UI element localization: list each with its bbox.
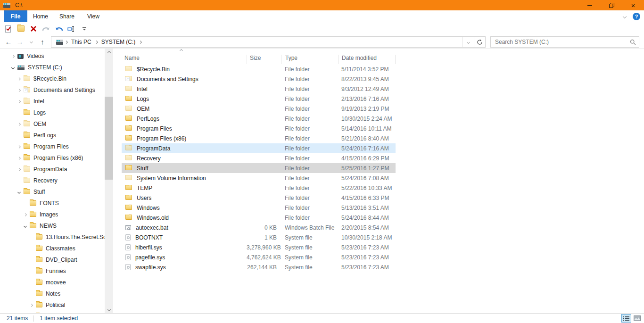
- file-row-perflogs[interactable]: PerfLogsFile folder10/30/2015 2:24 AM: [122, 114, 396, 124]
- tree-item-notes[interactable]: Notes: [0, 288, 105, 299]
- tab-view[interactable]: View: [80, 10, 107, 22]
- file-row-logs[interactable]: LogsFile folder2/13/2016 7:16 AM: [122, 94, 396, 104]
- properties-button[interactable]: [4, 25, 12, 33]
- expand-icon[interactable]: [16, 155, 22, 161]
- back-button[interactable]: ←: [3, 38, 14, 46]
- file-row-program-files[interactable]: Program FilesFile folder5/14/2016 10:11 …: [122, 124, 396, 133]
- tree-item-oem[interactable]: OEM: [0, 118, 105, 130]
- collapse-icon[interactable]: [22, 223, 28, 229]
- file-row-autoexec-bat[interactable]: autoexec.bat0 KBWindows Batch File2/20/2…: [122, 223, 396, 232]
- file-row-hiberfil-sys[interactable]: hiberfil.sys3,278,960 KBSystem file5/23/…: [122, 242, 396, 252]
- undo-button[interactable]: [55, 25, 63, 33]
- tree-item-logs[interactable]: Logs: [0, 107, 105, 118]
- column-header-name[interactable]: Name: [122, 55, 247, 64]
- file-row-swapfile-sys[interactable]: swapfile.sys262,144 KBSystem file5/23/20…: [122, 262, 396, 272]
- expand-icon[interactable]: [16, 143, 22, 150]
- address-dropdown-icon[interactable]: [462, 37, 474, 47]
- column-header-date-modified[interactable]: Date modified: [338, 55, 396, 64]
- file-row-documents-and-settings[interactable]: Documents and SettingsFile folder8/22/20…: [122, 74, 396, 84]
- expand-icon[interactable]: [22, 211, 28, 218]
- tree-item-videos[interactable]: Videos: [0, 50, 105, 62]
- scrollbar-thumb[interactable]: [105, 97, 113, 180]
- tree-item-images[interactable]: Images: [0, 209, 105, 220]
- rename-button[interactable]: [67, 25, 76, 33]
- navigation-pane-scrollbar[interactable]: [105, 49, 113, 313]
- tree-item-program-files[interactable]: Program Files: [0, 141, 105, 152]
- redo-button[interactable]: [42, 25, 50, 33]
- tree-item-intel[interactable]: Intel: [0, 96, 105, 107]
- search-input[interactable]: [491, 39, 627, 45]
- minimize-ribbon-icon[interactable]: [623, 14, 627, 18]
- tab-home[interactable]: Home: [27, 10, 54, 22]
- tab-file[interactable]: File: [4, 10, 27, 22]
- tree-item-news[interactable]: NEWS: [0, 220, 105, 232]
- up-button[interactable]: ↑: [37, 38, 48, 46]
- breadcrumb-separator-icon[interactable]: [95, 40, 98, 43]
- file-row-pagefile-sys[interactable]: pagefile.sys4,762,624 KBSystem file5/23/…: [122, 252, 396, 262]
- close-button[interactable]: ×: [622, 0, 644, 10]
- collapse-icon[interactable]: [9, 64, 16, 71]
- column-header-type[interactable]: Type: [281, 55, 338, 64]
- address-bar[interactable]: This PCSYSTEM (C:): [51, 36, 486, 48]
- breadcrumb-separator-icon[interactable]: [139, 40, 142, 43]
- scroll-up-icon[interactable]: [105, 49, 113, 56]
- details-view-button[interactable]: [621, 314, 631, 323]
- breadcrumb-item-this-pc[interactable]: This PC: [69, 39, 93, 45]
- tree-item-recycle-bin[interactable]: $Recycle.Bin: [0, 73, 105, 84]
- restore-button[interactable]: [601, 0, 622, 10]
- delete-button[interactable]: [29, 25, 38, 33]
- tree-item-fonts[interactable]: FONTS: [0, 198, 105, 209]
- file-row-system-volume-information[interactable]: System Volume InformationFile folder5/24…: [122, 173, 396, 183]
- tree-item-documents-and-settings[interactable]: Documents and Settings: [0, 84, 105, 96]
- tree-item-political[interactable]: Political: [0, 299, 105, 311]
- file-row-intel[interactable]: IntelFile folder9/3/2012 12:49 AM: [122, 84, 396, 94]
- tree-item-funnies[interactable]: Funnies: [0, 265, 105, 277]
- file-row-recycle-bin[interactable]: $Recycle.BinFile folder5/11/2014 3:52 PM: [122, 64, 396, 74]
- tree-item-classmates[interactable]: Classmates: [0, 243, 105, 254]
- file-row-stuff[interactable]: StuffFile folder5/25/2016 1:27 PM: [122, 163, 396, 173]
- collapse-icon[interactable]: [16, 189, 22, 195]
- scroll-down-icon[interactable]: [105, 306, 113, 313]
- file-row-temp[interactable]: TEMPFile folder5/22/2016 10:33 AM: [122, 183, 396, 193]
- expand-icon[interactable]: [28, 302, 34, 308]
- tree-item-stuff[interactable]: Stuff: [0, 186, 105, 198]
- expand-icon[interactable]: [9, 53, 16, 59]
- tree-item-system-c[interactable]: SYSTEM (C:): [0, 62, 105, 73]
- breadcrumb-item-system-c[interactable]: SYSTEM (C:): [99, 39, 138, 45]
- file-row-recovery[interactable]: RecoveryFile folder4/15/2016 6:29 PM: [122, 153, 396, 163]
- expand-icon[interactable]: [16, 87, 22, 93]
- file-row-windows-old[interactable]: Windows.oldFile folder5/24/2016 8:44 AM: [122, 213, 396, 223]
- file-row-windows[interactable]: WindowsFile folder5/13/2016 3:51 AM: [122, 203, 396, 213]
- refresh-icon[interactable]: [474, 37, 485, 47]
- tree-item-perflogs[interactable]: PerfLogs: [0, 130, 105, 141]
- expand-icon[interactable]: [16, 121, 22, 127]
- file-name-cell: Windows.old: [122, 215, 247, 221]
- file-row-bootnxt[interactable]: BOOTNXT1 KBSystem file10/30/2015 2:18 AM: [122, 232, 396, 242]
- column-header-size[interactable]: Size: [247, 55, 281, 64]
- tree-item-dvd-clipart[interactable]: DVD_Clipart: [0, 254, 105, 265]
- expand-icon[interactable]: [16, 166, 22, 173]
- help-icon[interactable]: ?: [633, 13, 640, 20]
- file-row-users[interactable]: UsersFile folder4/15/2016 6:33 PM: [122, 193, 396, 203]
- tab-share[interactable]: Share: [54, 10, 80, 22]
- search-icon[interactable]: [627, 39, 639, 45]
- thumbnail-view-button[interactable]: [632, 314, 642, 323]
- breadcrumb-separator-icon[interactable]: [65, 40, 68, 43]
- new-folder-button[interactable]: [17, 25, 25, 33]
- file-row-programdata[interactable]: ProgramDataFile folder5/24/2016 7:16 AM: [122, 143, 396, 153]
- expand-icon[interactable]: [16, 75, 22, 82]
- forward-button[interactable]: →: [14, 38, 25, 46]
- tree-item-moovee[interactable]: moovee: [0, 277, 105, 288]
- file-row-oem[interactable]: OEMFile folder9/19/2013 2:19 PM: [122, 104, 396, 114]
- tree-item-13-hours-the-secret-soldie[interactable]: 13.Hours.The.Secret.Soldie: [0, 232, 105, 243]
- customize-quick-access-toolbar-button[interactable]: [80, 25, 89, 33]
- tree-item-programdata[interactable]: ProgramData: [0, 164, 105, 175]
- minimize-button[interactable]: [579, 0, 601, 10]
- tree-item-program-files-x86[interactable]: Program Files (x86): [0, 152, 105, 164]
- recent-locations-icon[interactable]: [25, 41, 37, 43]
- tree-item-recovery[interactable]: Recovery: [0, 175, 105, 186]
- search-box[interactable]: [490, 36, 639, 48]
- expand-icon[interactable]: [16, 98, 22, 105]
- explorer-window: C:\ × File Home Share View ?: [0, 0, 644, 323]
- file-row-program-files-x86[interactable]: Program Files (x86)File folder5/21/2016 …: [122, 133, 396, 143]
